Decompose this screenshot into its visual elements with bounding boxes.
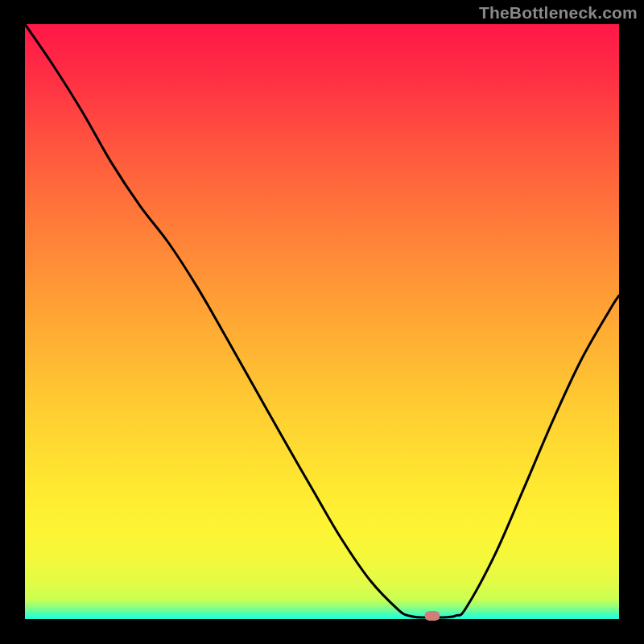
bottleneck-curve [25, 24, 619, 619]
plot-area [25, 24, 619, 619]
chart-outer: TheBottleneck.com [0, 0, 644, 644]
optimal-marker [424, 611, 440, 621]
watermark-text: TheBottleneck.com [479, 3, 638, 23]
